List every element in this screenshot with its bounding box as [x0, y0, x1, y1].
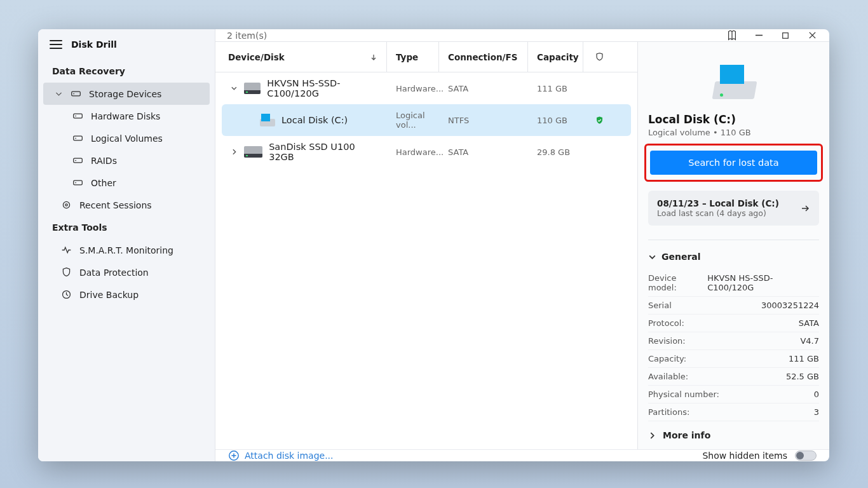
attach-label: Attach disk image...: [245, 451, 334, 461]
svg-point-10: [63, 201, 69, 208]
nav-data-protection[interactable]: Data Protection: [38, 261, 215, 283]
minimize-button[interactable]: [753, 30, 764, 41]
col-device[interactable]: Device/Disk: [215, 42, 387, 72]
nav-recent-sessions[interactable]: Recent Sessions: [38, 194, 215, 216]
close-button[interactable]: [806, 30, 818, 41]
shield-icon: [61, 267, 72, 278]
content: Device/Disk Type Connection/FS Capacity …: [215, 42, 829, 449]
cell-device: SanDisk SSD U100 32GB: [222, 142, 387, 162]
main: 2 item(s) Device/Disk Type Connection/FS…: [215, 29, 829, 461]
disk-icon: [72, 111, 83, 121]
general-label: General: [661, 252, 701, 262]
toggle-switch[interactable]: [795, 451, 817, 461]
kv-row: Capacity:111 GB: [648, 350, 819, 368]
disk-icon: [72, 155, 83, 166]
last-scan-sub: Load last scan (4 days ago): [657, 208, 800, 218]
search-lost-data-button[interactable]: Search for lost data: [650, 151, 817, 175]
general-accordion[interactable]: General: [648, 248, 819, 269]
divider: [648, 240, 819, 240]
nav-label: Drive Backup: [79, 290, 139, 300]
bottom-bar: Attach disk image... Show hidden items: [215, 449, 829, 461]
item-count: 2 item(s): [227, 30, 267, 41]
help-icon[interactable]: [726, 30, 738, 41]
kv-row: Partitions:3: [648, 403, 819, 421]
shield-check-icon: [595, 116, 604, 125]
topbar-right: [726, 30, 818, 41]
nav-label: RAIDs: [91, 156, 117, 166]
show-hidden-toggle: Show hidden items: [702, 451, 817, 461]
volume-large-icon: [709, 62, 759, 100]
kv-row: Physical number:0: [648, 386, 819, 403]
disk-icon: [72, 177, 83, 188]
device-name: SanDisk SSD U100 32GB: [269, 142, 378, 162]
cell-conn: NTFS: [439, 116, 528, 125]
svg-rect-4: [74, 136, 83, 140]
svg-rect-0: [72, 92, 81, 96]
more-info-label: More info: [663, 430, 710, 440]
svg-point-1: [73, 93, 74, 95]
hamburger-icon[interactable]: [50, 40, 62, 49]
cell-conn: SATA: [439, 84, 528, 93]
cell-shield: [583, 116, 615, 125]
nav-logical-volumes[interactable]: Logical Volumes: [38, 127, 215, 149]
table-header: Device/Disk Type Connection/FS Capacity: [215, 42, 637, 72]
svg-point-5: [75, 138, 76, 139]
col-connection[interactable]: Connection/FS: [439, 42, 528, 72]
last-scan-title: 08/11/23 – Local Disk (C:): [657, 198, 800, 208]
nav-label: Logical Volumes: [91, 133, 163, 144]
section-extra-tools: Extra Tools: [38, 216, 215, 239]
kv-row: Protocol:SATA: [648, 315, 819, 332]
hardware-disk-icon: [244, 83, 261, 94]
nav-other[interactable]: Other: [38, 172, 215, 194]
cell-type: Logical vol...: [387, 111, 439, 130]
nav-label: Recent Sessions: [79, 200, 152, 210]
gear-icon: [61, 200, 72, 210]
cell-device: Local Disk (C:): [222, 114, 387, 126]
svg-point-9: [75, 182, 76, 184]
cell-type: Hardware...: [387, 84, 439, 93]
sidebar: Disk Drill Data Recovery Storage Devices…: [38, 29, 215, 461]
nav-label: S.M.A.R.T. Monitoring: [79, 245, 173, 255]
disk-icon: [71, 88, 81, 99]
plus-circle-icon: [228, 450, 240, 461]
svg-point-11: [65, 204, 67, 206]
attach-disk-image-button[interactable]: Attach disk image...: [228, 450, 334, 461]
col-capacity[interactable]: Capacity: [528, 42, 583, 72]
last-scan-card[interactable]: 08/11/23 – Local Disk (C:) Load last sca…: [648, 191, 819, 226]
chevron-right-icon[interactable]: [231, 148, 238, 156]
svg-rect-14: [783, 32, 789, 38]
device-name: Local Disk (C:): [281, 115, 348, 125]
chevron-down-icon[interactable]: [231, 85, 238, 92]
maximize-button[interactable]: [780, 30, 791, 41]
details-title: Local Disk (C:): [648, 113, 819, 126]
svg-rect-8: [74, 180, 83, 185]
disk-icon: [72, 133, 83, 144]
chevron-down-icon: [648, 253, 656, 261]
volume-icon: [260, 114, 275, 126]
nav-raids[interactable]: RAIDs: [38, 149, 215, 172]
nav-smart[interactable]: S.M.A.R.T. Monitoring: [38, 239, 215, 261]
details-panel: Local Disk (C:) Logical volume • 110 GB …: [637, 42, 829, 449]
device-table: Device/Disk Type Connection/FS Capacity …: [215, 42, 637, 449]
history-icon: [61, 289, 72, 300]
nav-label: Other: [91, 178, 116, 188]
kv-row: Serial30003251224: [648, 297, 819, 315]
cell-device: HKVSN HS-SSD-C100/120G: [222, 78, 387, 98]
section-data-recovery: Data Recovery: [38, 60, 215, 83]
table-row[interactable]: SanDisk SSD U100 32GB Hardware... SATA 2…: [222, 136, 631, 168]
cell-cap: 110 GB: [528, 116, 583, 125]
search-highlight: Search for lost data: [644, 144, 823, 182]
col-type[interactable]: Type: [387, 42, 439, 72]
svg-point-7: [75, 160, 76, 161]
nav-hardware-disks[interactable]: Hardware Disks: [38, 105, 215, 127]
table-row[interactable]: HKVSN HS-SSD-C100/120G Hardware... SATA …: [222, 72, 631, 104]
more-info-accordion[interactable]: More info: [648, 421, 819, 440]
table-row[interactable]: Local Disk (C:) Logical vol... NTFS 110 …: [222, 104, 631, 136]
nav-label: Data Protection: [79, 268, 149, 278]
nav-drive-backup[interactable]: Drive Backup: [38, 283, 215, 306]
app-window: Disk Drill Data Recovery Storage Devices…: [38, 29, 829, 461]
details-subtitle: Logical volume • 110 GB: [648, 128, 819, 137]
col-shield[interactable]: [583, 42, 615, 72]
nav-label: Storage Devices: [89, 89, 161, 99]
nav-storage-devices[interactable]: Storage Devices: [43, 83, 210, 105]
